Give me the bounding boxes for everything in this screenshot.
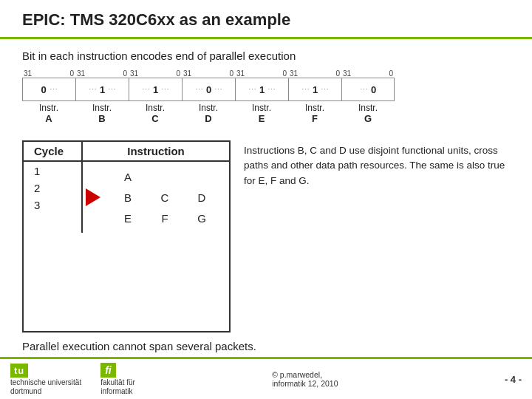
instr-labels-row: Instr. A Instr. B Instr. C Instr. D Inst… bbox=[22, 103, 510, 124]
instr-cell-3-3: G bbox=[183, 208, 220, 228]
footer: tu technische universität dortmund fi fa… bbox=[0, 357, 532, 399]
seg-d-left: 31 bbox=[183, 69, 191, 78]
instr-label-a: Instr. A bbox=[22, 103, 75, 124]
bottom-text: Parallel execution cannot span several p… bbox=[22, 340, 510, 352]
seg-g-value: 0 bbox=[371, 84, 376, 95]
table-header: Cycle Instruction bbox=[24, 142, 229, 162]
content-area: Bit in each instruction encodes end of p… bbox=[0, 39, 532, 357]
instr-label-f: Instr. F bbox=[288, 103, 341, 124]
tu-city: dortmund bbox=[10, 387, 41, 395]
segment-e: 31 0 ⋯ 1 ⋯ bbox=[235, 69, 288, 101]
subtitle-text: Bit in each instruction encodes end of p… bbox=[22, 50, 510, 62]
seg-g-right: 0 bbox=[389, 69, 393, 78]
column-instruction: A B C D E F G bbox=[83, 162, 229, 233]
title-bar: EPIC: TMS 320C6xx as an example bbox=[0, 0, 532, 39]
seg-f-value: 1 bbox=[313, 84, 318, 95]
description-text: Instructions B, C and D use disjoint fun… bbox=[244, 140, 510, 332]
footer-page-number: - 4 - bbox=[505, 374, 522, 385]
instr-cell-2-2: C bbox=[146, 187, 183, 208]
seg-c-right: 0 bbox=[176, 69, 180, 78]
seg-a-value: 0 bbox=[41, 84, 46, 95]
column-cycle: 1 2 3 bbox=[24, 162, 83, 233]
seg-e-value: 1 bbox=[259, 84, 265, 95]
seg-c-box: ⋯ 1 ⋯ bbox=[129, 78, 182, 101]
seg-f-right: 0 bbox=[335, 69, 340, 78]
seg-e-right: 0 bbox=[282, 69, 287, 78]
instr-label-d: Instr. D bbox=[182, 103, 235, 124]
instr-cell-2-1: B bbox=[109, 187, 146, 208]
seg-b-box: ⋯ 1 ⋯ bbox=[75, 78, 129, 101]
red-arrow-icon bbox=[86, 188, 100, 206]
segment-c: 31 0 ⋯ 1 ⋯ bbox=[129, 69, 182, 101]
footer-copyright-text: © p.marwedel, bbox=[272, 370, 322, 379]
slide: EPIC: TMS 320C6xx as an example Bit in e… bbox=[0, 0, 532, 399]
seg-d-value: 0 bbox=[206, 84, 211, 95]
seg-b-right: 0 bbox=[123, 69, 127, 78]
instr-cell-2-3: D bbox=[183, 187, 220, 208]
main-content: Cycle Instruction 1 2 3 bbox=[22, 140, 510, 332]
instr-cell-1-3 bbox=[183, 166, 220, 187]
segment-a: 31 0 0 ⋯ bbox=[22, 69, 75, 101]
seg-b-left: 31 bbox=[77, 69, 85, 78]
seg-a-left: 31 bbox=[24, 69, 32, 78]
seg-c-value: 1 bbox=[153, 84, 158, 95]
instr-label-b: Instr. B bbox=[75, 103, 129, 124]
cycle-2: 2 bbox=[34, 182, 71, 194]
instruction-grid: A B C D E F G bbox=[89, 165, 223, 230]
fi-faculty1: fakultät für bbox=[100, 378, 135, 386]
instr-label-e: Instr. E bbox=[235, 103, 288, 124]
instr-label-g: Instr. G bbox=[341, 103, 395, 124]
tu-university: technische universität bbox=[10, 378, 81, 386]
seg-b-value: 1 bbox=[100, 84, 105, 95]
cycle-instruction-table: Cycle Instruction 1 2 3 bbox=[22, 140, 231, 332]
table-body: 1 2 3 A B C bbox=[24, 162, 229, 233]
tu-logo-box: tu bbox=[10, 364, 28, 378]
fi-faculty2: informatik bbox=[100, 387, 132, 395]
seg-a-right: 0 bbox=[69, 69, 74, 78]
cycle-3: 3 bbox=[34, 199, 71, 211]
seg-f-box: ⋯ 1 ⋯ bbox=[288, 78, 341, 101]
instr-cell-3-1: E bbox=[109, 208, 146, 228]
cycle-1: 1 bbox=[34, 165, 71, 177]
instr-label-c: Instr. C bbox=[129, 103, 182, 124]
segment-f: 31 0 ⋯ 1 ⋯ bbox=[288, 69, 341, 101]
seg-g-box: ⋯ 0 bbox=[341, 78, 395, 101]
bit-segments-container: 31 0 0 ⋯ 31 0 ⋯ 1 ⋯ bbox=[22, 69, 510, 101]
segment-b: 31 0 ⋯ 1 ⋯ bbox=[75, 69, 129, 101]
seg-d-box: ⋯ 0 ⋯ bbox=[182, 78, 235, 101]
th-instruction: Instruction bbox=[83, 142, 229, 160]
instr-cell-1-2 bbox=[146, 166, 183, 187]
fi-logo: fi fakultät für informatik bbox=[100, 363, 135, 395]
seg-d-right: 0 bbox=[229, 69, 233, 78]
slide-title: EPIC: TMS 320C6xx as an example bbox=[22, 10, 290, 29]
footer-course-info: informatik 12, 2010 bbox=[272, 379, 338, 388]
footer-copyright: © p.marwedel, informatik 12, 2010 bbox=[272, 370, 375, 388]
seg-e-box: ⋯ 1 ⋯ bbox=[235, 78, 288, 101]
instr-cell-1-1: A bbox=[109, 166, 146, 187]
instr-cell-3-2: F bbox=[146, 208, 183, 228]
fi-logo-box: fi bbox=[100, 363, 116, 378]
tu-logo: tu technische universität dortmund bbox=[10, 364, 81, 395]
seg-f-left: 31 bbox=[290, 69, 298, 78]
segment-d: 31 0 ⋯ 0 ⋯ bbox=[182, 69, 235, 101]
segment-g: 31 0 ⋯ 0 bbox=[341, 69, 395, 101]
th-cycle: Cycle bbox=[24, 142, 83, 160]
seg-g-left: 31 bbox=[343, 69, 351, 78]
seg-e-left: 31 bbox=[236, 69, 245, 78]
seg-c-left: 31 bbox=[130, 69, 138, 78]
seg-a-box: 0 ⋯ bbox=[22, 78, 75, 101]
